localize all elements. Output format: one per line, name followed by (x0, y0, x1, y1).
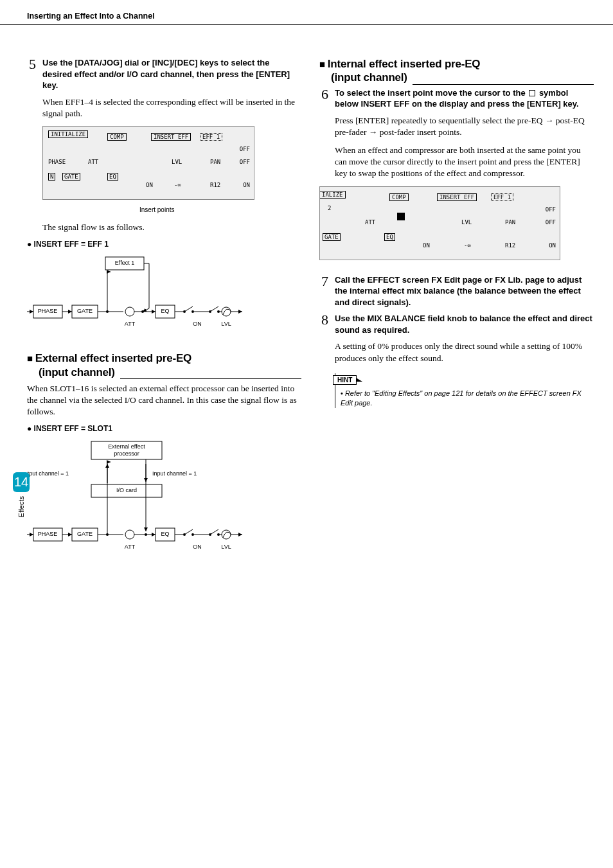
step-instruction: Use the [DATA/JOG] dial or [INC]/[DEC] k… (42, 57, 301, 91)
label-att: ATT (125, 321, 136, 328)
label-on2: ON (193, 544, 202, 551)
step-number: 6 (319, 87, 328, 110)
heading-line2: (input channel) (39, 366, 115, 379)
svg-point-34 (191, 533, 194, 536)
block-eq2: EQ (161, 531, 169, 538)
lcd-screenshot-2: IALIZE COMP INSERT EFF EFF 1 2 ATT LVL P… (319, 186, 560, 260)
lcd-label: -∞ (174, 182, 181, 188)
label-att2: ATT (125, 544, 136, 551)
lcd-label: ATT (365, 219, 375, 226)
svg-point-47 (106, 533, 109, 536)
lcd-label: OFF (240, 146, 250, 152)
svg-point-9 (217, 310, 220, 313)
step-instruction: Call the EFFECT screen FX Edit page or F… (335, 274, 594, 308)
step-instruction: To select the insert point move the curs… (335, 87, 594, 110)
label-inch: Input channel = 1 (152, 471, 197, 477)
step-7: 7 Call the EFFECT screen FX Edit page or… (319, 274, 594, 308)
block-io: I/O card (116, 488, 137, 494)
step8-body: A setting of 0% produces only the direct… (335, 341, 594, 364)
lcd-screenshot-1: INITIALIZE COMP INSERT EFF EFF 1 PHASE A… (42, 126, 254, 200)
block-ext1: External effect (108, 444, 145, 450)
lcd-label: ON (423, 242, 430, 249)
lcd-label: 2 (328, 205, 331, 211)
svg-line-10 (210, 306, 218, 312)
step-6: 6 To select the insert point move the cu… (319, 87, 594, 110)
step6-pre: To select the insert point move the curs… (335, 88, 528, 98)
left-column: 5 Use the [DATA/JOG] dial or [INC]/[DEC]… (27, 57, 301, 564)
lcd-label: COMP (107, 133, 127, 141)
lcd-label: ATT (88, 159, 98, 165)
block-gate: GATE (77, 308, 93, 315)
insert-point-highlight (397, 213, 405, 220)
lcd-label: INSERT EFF (437, 193, 477, 201)
section-external-body: When SLOT1–16 is selected an external ef… (27, 383, 301, 418)
svg-point-4 (125, 307, 134, 316)
heading-line1: External effect inserted pre-EQ (27, 351, 301, 365)
step-number: 8 (319, 313, 328, 335)
lcd-label: GATE (62, 173, 80, 181)
lcd-label: INITIALIZE (48, 130, 88, 138)
right-column: Internal effect inserted pre-EQ (input c… (319, 57, 594, 564)
flow-diagram-1: Effect 1 PHASE GATE EQ ATT ON LVL (27, 254, 245, 333)
lcd-label: PHASE (48, 159, 66, 165)
lcd-label: IALIZE (320, 191, 346, 199)
lcd-label: COMP (389, 193, 409, 201)
lcd-label: ON (549, 242, 556, 249)
step-5-body: When EFF1–4 is selected the correspondin… (42, 96, 301, 120)
block-ext2: processor (114, 451, 139, 457)
lcd-label: LVL (461, 219, 472, 226)
lcd-label: ON (243, 182, 250, 188)
chapter-number: 14 (13, 472, 30, 492)
lcd-label: INSERT EFF (151, 133, 191, 141)
svg-line-7 (184, 306, 193, 312)
step-5: 5 Use the [DATA/JOG] dial or [INC]/[DEC]… (27, 57, 301, 91)
block-gate2: GATE (77, 531, 93, 538)
section-internal-heading: Internal effect inserted pre-EQ (input c… (319, 57, 594, 85)
step6-body2: When an effect and compressor are both i… (335, 145, 594, 180)
lcd-label: R12 (210, 182, 220, 188)
step-instruction: Use the MIX BALANCE field knob to balanc… (335, 313, 594, 335)
step-8: 8 Use the MIX BALANCE field knob to bala… (319, 313, 594, 335)
label-lvl: LVL (221, 321, 231, 328)
lcd-label: OFF (240, 159, 250, 165)
hint-label: HINT (333, 375, 357, 385)
label-outch: Output channel = 1 (27, 471, 69, 477)
header-breadcrumb: Inserting an Effect Into a Channel (0, 0, 613, 25)
label-on: ON (193, 321, 202, 328)
lcd-label: EFF 1 (491, 193, 513, 201)
svg-point-6 (191, 310, 194, 313)
heading-rule (413, 78, 594, 85)
lcd-label: EQ (384, 233, 395, 241)
screenshot-callout: Insert points (139, 206, 174, 213)
flow1-heading: INSERT EFF = EFF 1 (27, 240, 301, 249)
block-eq: EQ (161, 308, 169, 315)
lcd-label: PAN (505, 219, 515, 226)
svg-point-32 (125, 530, 134, 539)
heading-rule (120, 373, 301, 379)
step6-body1: Press [ENTER] repeatedly to sequentially… (335, 115, 594, 138)
lcd-label: EFF 1 (200, 133, 222, 141)
heading-line2: (input channel) (331, 71, 407, 84)
lcd-label: R12 (505, 242, 515, 249)
flow2-heading: INSERT EFF = SLOT1 (27, 424, 301, 433)
lcd-label: OFF (546, 206, 556, 213)
signal-flow-intro: The signal flow is as follows. (42, 222, 301, 233)
lcd-label: N (48, 173, 55, 181)
heading-line1: Internal effect inserted pre-EQ (319, 57, 594, 71)
side-tab: 14 Effects (13, 472, 30, 517)
lcd-label: -∞ (464, 242, 471, 249)
section-external-heading: External effect inserted pre-EQ (input c… (27, 351, 301, 379)
lcd-label: ON (146, 182, 153, 188)
label-lvl2: LVL (221, 544, 231, 551)
page-body: 5 Use the [DATA/JOG] dial or [INC]/[DEC]… (0, 25, 613, 564)
lcd-label: EQ (107, 173, 118, 181)
square-icon (529, 90, 535, 96)
chapter-title: Effects (17, 496, 25, 517)
lcd-label: PAN (210, 159, 220, 165)
svg-line-35 (184, 529, 193, 535)
hint-text: Refer to "Editing Effects" on page 121 f… (341, 389, 594, 408)
svg-point-37 (217, 533, 220, 536)
lcd-label: GATE (323, 233, 341, 241)
lcd-label: LVL (172, 159, 182, 165)
step-number: 5 (27, 57, 36, 91)
